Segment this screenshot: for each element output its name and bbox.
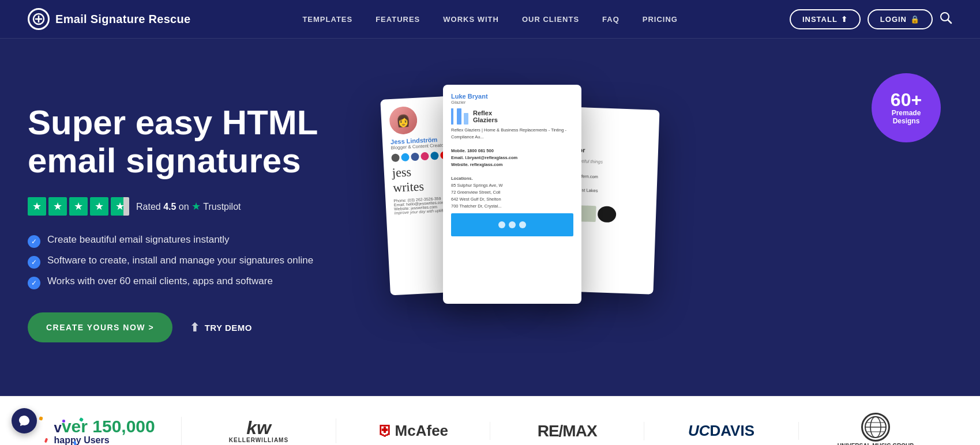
login-button[interactable]: LOGIN 🔒 xyxy=(868,9,933,29)
nav-item-our-clients[interactable]: OUR CLIENTS xyxy=(522,15,579,24)
mcafee-shield-icon: ⛨ xyxy=(378,422,393,440)
login-label: LOGIN xyxy=(880,15,907,24)
sig-email-row: Email. l.bryant@reflexglass.com xyxy=(451,154,573,161)
clients-bar: vver 150,000 happy Users kw KELLERWILLIA… xyxy=(0,396,980,445)
users-count: vver 150,000 happy Users xyxy=(54,417,155,446)
hero-buttons: CREATE YOURS NOW > ⬆ TRY DEMO xyxy=(28,312,351,342)
hero-title: Super easy HTML email signatures xyxy=(28,104,351,180)
universal-sub-text: UNIVERSAL MUSIC GROUP xyxy=(838,443,914,445)
star-1: ★ xyxy=(28,197,46,216)
feature-item-1: ✓ Create beautiful email signatures inst… xyxy=(28,234,351,248)
ucdavis-logo: UCDAVIS xyxy=(644,422,798,440)
nav-item-features[interactable]: FEATURES xyxy=(376,15,420,24)
sig-card-2-desc: Reflex Glaziers | Home & Business Replac… xyxy=(451,127,573,210)
remax-logo: RE/MAX xyxy=(490,422,644,440)
rated-prefix: Rated xyxy=(136,202,161,212)
social-icon-1 xyxy=(391,153,400,162)
thumb-4 xyxy=(598,206,617,223)
social-icon-3 xyxy=(411,153,419,161)
nav-item-pricing[interactable]: PRICING xyxy=(643,15,678,24)
chat-bubble[interactable] xyxy=(12,408,37,433)
sig-card-1-avatar: 👩 xyxy=(389,106,418,135)
hero-signature-preview: 60+ PremadeDesigns 👩 Jess Lindström Blog… xyxy=(351,73,952,373)
feature-text-2: Software to create, install and manage y… xyxy=(47,255,313,266)
sig-website-row: Website. reflexglass.com xyxy=(451,161,573,168)
mcafee-logo: ⛨ McAfee xyxy=(336,422,490,440)
remax-logo-text: RE/MAX xyxy=(538,422,597,440)
install-icon: ⬆ xyxy=(841,15,848,24)
lock-icon: 🔒 xyxy=(910,15,920,24)
check-icon-2: ✓ xyxy=(28,256,40,269)
star-3: ★ xyxy=(69,197,88,216)
sig-card-2-social-bar xyxy=(451,213,573,236)
hero-features-list: ✓ Create beautiful email signatures inst… xyxy=(28,234,351,289)
sc2-social-1 xyxy=(498,221,505,228)
sig-card-2-title: Glazier xyxy=(451,100,573,105)
social-icon-5 xyxy=(430,152,439,160)
check-icon-3: ✓ xyxy=(28,277,40,289)
feature-text-1: Create beautiful email signatures instan… xyxy=(47,234,230,246)
search-button[interactable] xyxy=(940,12,952,27)
try-demo-button[interactable]: ⬆ TRY DEMO xyxy=(190,320,252,334)
star-4: ★ xyxy=(90,197,108,216)
trustpilot-label: Trustpilot xyxy=(203,202,241,212)
kw-sub-text: KELLERWILLIAMS xyxy=(229,437,288,443)
sig-card-2-logo: Reflex Glaziers xyxy=(451,108,573,125)
users-label: happy Users xyxy=(54,435,155,446)
premade-designs-badge: 60+ PremadeDesigns xyxy=(872,73,941,142)
uc-part: UC xyxy=(688,422,710,439)
users-prefix: v xyxy=(54,420,62,435)
create-yours-button[interactable]: CREATE YOURS NOW > xyxy=(28,312,172,342)
feature-item-2: ✓ Software to create, install and manage… xyxy=(28,255,351,269)
rating-text: Rated 4.5 on ★ Trustpilot xyxy=(136,200,241,213)
hero-rating: ★ ★ ★ ★ ★ Rated 4.5 on ★ Trustpilot xyxy=(28,197,351,216)
star-5-half: ★ xyxy=(111,197,129,216)
install-button[interactable]: INSTALL ⬆ xyxy=(790,9,861,29)
hero-content: Super easy HTML email signatures ★ ★ ★ ★… xyxy=(28,104,351,342)
feature-text-3: Works with over 60 email clients, apps a… xyxy=(47,276,273,287)
kw-main-text: kw xyxy=(246,418,271,437)
rating-value: 4.5 xyxy=(163,202,176,212)
check-icon-1: ✓ xyxy=(28,235,40,248)
confetti-2 xyxy=(62,419,66,423)
demo-cloud-icon: ⬆ xyxy=(190,320,200,334)
social-icon-2 xyxy=(401,153,410,162)
nav-item-templates[interactable]: TEMPLATES xyxy=(302,15,352,24)
sig-company-desc: Reflex Glaziers | Home & Business Replac… xyxy=(451,127,573,141)
hero-title-line1: Super easy HTML xyxy=(28,103,318,142)
sc2-social-3 xyxy=(519,221,526,228)
demo-label: TRY DEMO xyxy=(205,323,252,333)
sig-card-2-name: Luke Bryant xyxy=(451,93,573,100)
ucdavis-logo-text: UCDAVIS xyxy=(688,422,754,440)
kw-logo-wrapper: kw KELLERWILLIAMS xyxy=(229,418,288,443)
davis-part: DAVIS xyxy=(709,422,754,439)
confetti-4 xyxy=(44,438,48,443)
universal-logo: UNIVERSAL MUSIC GROUP xyxy=(799,413,952,445)
signature-card-2: Luke Bryant Glazier Reflex Glaziers Refl… xyxy=(443,85,581,304)
sig-locations-val: 85 Sulphur Springs Ave, W 72 Greenview S… xyxy=(451,182,573,210)
logo-icon xyxy=(28,8,50,30)
sig-mobile-row: Mobile. 1800 081 500 xyxy=(451,148,573,154)
logo[interactable]: Email Signature Rescue xyxy=(28,8,190,30)
avatar-placeholder-1: 👩 xyxy=(389,106,418,135)
users-number: vver 150,000 xyxy=(54,417,155,435)
mcafee-logo-text: ⛨ McAfee xyxy=(378,422,448,440)
feature-item-3: ✓ Works with over 60 email clients, apps… xyxy=(28,276,351,289)
sig-card-2-inner: Luke Bryant Glazier Reflex Glaziers Refl… xyxy=(443,85,581,244)
badge-text: PremadeDesigns xyxy=(892,109,921,125)
hero-section: Super easy HTML email signatures ★ ★ ★ ★… xyxy=(0,39,980,396)
users-count-item: vver 150,000 happy Users xyxy=(28,417,182,446)
star-rating: ★ ★ ★ ★ ★ xyxy=(28,197,129,216)
navbar: Email Signature Rescue TEMPLATES FEATURE… xyxy=(0,0,980,39)
hero-title-line2: email signatures xyxy=(28,141,301,180)
nav-item-faq[interactable]: FAQ xyxy=(602,15,619,24)
keller-williams-logo: kw KELLERWILLIAMS xyxy=(182,418,336,443)
sig-locations-label: Locations. xyxy=(451,175,573,182)
nav-actions: INSTALL ⬆ LOGIN 🔒 xyxy=(790,9,952,29)
trustpilot-star: ★ xyxy=(192,201,201,212)
nav-item-works-with[interactable]: WORKS WITH xyxy=(443,15,499,24)
social-icon-4 xyxy=(420,152,429,161)
install-label: INSTALL xyxy=(802,15,838,24)
badge-number: 60+ xyxy=(891,90,922,109)
nav-links: TEMPLATES FEATURES WORKS WITH OUR CLIENT… xyxy=(302,15,678,24)
